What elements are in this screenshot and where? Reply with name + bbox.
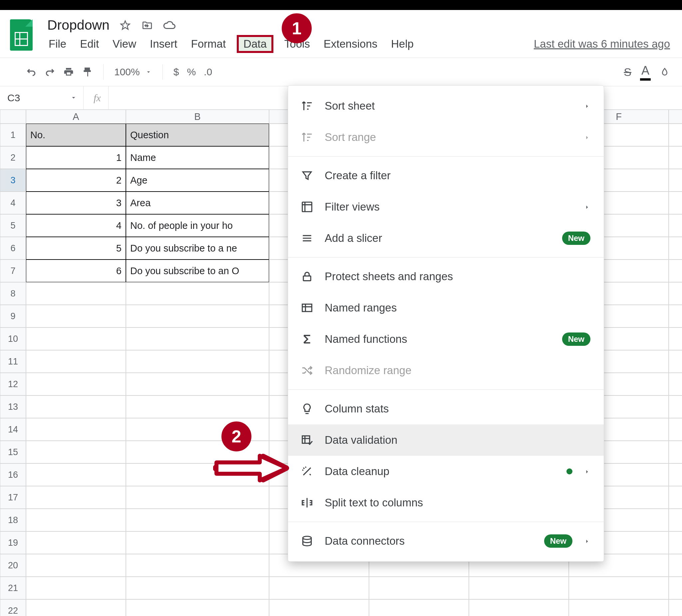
cell[interactable]: 3 [26, 192, 126, 214]
col-head-A[interactable]: A [26, 110, 126, 124]
cell[interactable]: Age [126, 169, 269, 192]
row-head[interactable]: 21 [0, 577, 26, 599]
move-folder-icon[interactable] [141, 19, 154, 32]
cloud-status-icon[interactable] [163, 19, 176, 32]
select-all-corner[interactable] [0, 110, 26, 124]
paint-format-icon[interactable] [82, 67, 93, 77]
sort-sheet-icon [301, 100, 313, 112]
title-bar: Dropdown File Edit View Insert Format Da… [0, 10, 682, 52]
menu-data-cleanup[interactable]: Data cleanup [288, 456, 604, 487]
row-head[interactable]: 10 [0, 328, 26, 350]
cell[interactable]: 2 [26, 169, 126, 192]
sort-range-icon [301, 131, 313, 144]
chevron-down-icon [70, 92, 77, 104]
format-currency-button[interactable]: $ [174, 66, 179, 78]
zoom-select[interactable]: 100% [114, 66, 152, 78]
cell[interactable] [669, 192, 682, 214]
cell[interactable]: 5 [26, 237, 126, 260]
row-head[interactable]: 16 [0, 463, 26, 486]
cell[interactable]: Name [126, 146, 269, 169]
filter-views-icon [301, 201, 313, 213]
star-icon[interactable] [119, 19, 132, 32]
cell[interactable] [669, 146, 682, 169]
fill-color-icon[interactable] [659, 67, 670, 77]
svg-point-5 [303, 536, 311, 540]
col-head-G[interactable]: G [669, 110, 682, 124]
menu-data-connectors[interactable]: Data connectors New [288, 525, 604, 557]
row-head[interactable]: 5 [0, 214, 26, 237]
row-head[interactable]: 8 [0, 282, 26, 305]
menu-extensions[interactable]: Extensions [322, 36, 379, 52]
menu-create-filter[interactable]: Create a filter [288, 160, 604, 191]
name-box[interactable]: C3 [0, 92, 83, 104]
menu-column-stats[interactable]: Column stats [288, 393, 604, 424]
row-head[interactable]: 11 [0, 350, 26, 373]
format-percent-button[interactable]: % [187, 66, 196, 78]
menu-view[interactable]: View [111, 36, 138, 52]
text-color-button[interactable]: A [640, 64, 651, 81]
row-head[interactable]: 6 [0, 237, 26, 260]
cell[interactable] [669, 214, 682, 237]
row-head[interactable]: 20 [0, 554, 26, 577]
cell[interactable] [669, 237, 682, 260]
menu-file[interactable]: File [47, 36, 68, 52]
menu-named-functions[interactable]: Named functions New [288, 324, 604, 355]
cell[interactable]: No. [26, 124, 126, 146]
col-head-B[interactable]: B [126, 110, 269, 124]
menu-edit[interactable]: Edit [78, 36, 100, 52]
menu-split-text[interactable]: Split text to columns [288, 487, 604, 519]
menu-data-validation[interactable]: Data validation [288, 424, 604, 456]
toolbar: 100% $ % .0 S A [0, 58, 682, 86]
sheets-app-icon [10, 19, 32, 51]
cell[interactable] [669, 169, 682, 192]
row-head[interactable]: 4 [0, 192, 26, 214]
cell[interactable]: No. of people in your ho [126, 214, 269, 237]
wand-icon [301, 465, 313, 478]
strikethrough-button[interactable]: S [624, 66, 631, 79]
print-icon[interactable] [63, 67, 74, 77]
row-head[interactable]: 7 [0, 260, 26, 282]
menu-protect-sheets[interactable]: Protect sheets and ranges [288, 261, 604, 292]
callout-1: 1 [282, 13, 312, 43]
row-head[interactable]: 9 [0, 305, 26, 328]
redo-icon[interactable] [45, 67, 55, 77]
menu-data[interactable]: Data [238, 36, 272, 52]
shuffle-icon [301, 364, 313, 377]
row-head[interactable]: 17 [0, 486, 26, 509]
menu-filter-views[interactable]: Filter views [288, 191, 604, 223]
cell[interactable]: Question [126, 124, 269, 146]
row-head[interactable]: 1 [0, 124, 26, 146]
document-title[interactable]: Dropdown [47, 17, 110, 33]
cell[interactable]: Area [126, 192, 269, 214]
row-head[interactable]: 12 [0, 373, 26, 395]
row-head[interactable]: 2 [0, 146, 26, 169]
new-badge: New [562, 232, 590, 245]
undo-icon[interactable] [26, 67, 37, 77]
callout-2: 2 [222, 421, 251, 452]
last-edit-link[interactable]: Last edit was 6 minutes ago [534, 38, 672, 50]
cell[interactable] [669, 124, 682, 146]
row-head[interactable]: 15 [0, 441, 26, 463]
cell[interactable]: Do you subscribe to an O [126, 260, 269, 282]
row-head[interactable]: 3 [0, 169, 26, 192]
menu-insert[interactable]: Insert [149, 36, 179, 52]
data-validation-icon [301, 434, 313, 446]
cell[interactable] [669, 260, 682, 282]
cell[interactable]: Do you subscribe to a ne [126, 237, 269, 260]
row-head[interactable]: 18 [0, 509, 26, 531]
row-head[interactable]: 14 [0, 418, 26, 441]
row-head[interactable]: 13 [0, 395, 26, 418]
decrease-decimal-button[interactable]: .0 [204, 66, 212, 78]
new-badge: New [544, 534, 572, 548]
menu-add-slicer[interactable]: Add a slicer New [288, 223, 604, 254]
menu-format[interactable]: Format [190, 36, 227, 52]
menu-named-ranges[interactable]: Named ranges [288, 292, 604, 324]
row-head[interactable]: 22 [0, 599, 26, 616]
menu-sort-sheet[interactable]: Sort sheet [288, 90, 604, 122]
chevron-right-icon [584, 201, 590, 213]
cell[interactable]: 1 [26, 146, 126, 169]
menu-help[interactable]: Help [390, 36, 415, 52]
cell[interactable]: 6 [26, 260, 126, 282]
row-head[interactable]: 19 [0, 531, 26, 554]
cell[interactable]: 4 [26, 214, 126, 237]
